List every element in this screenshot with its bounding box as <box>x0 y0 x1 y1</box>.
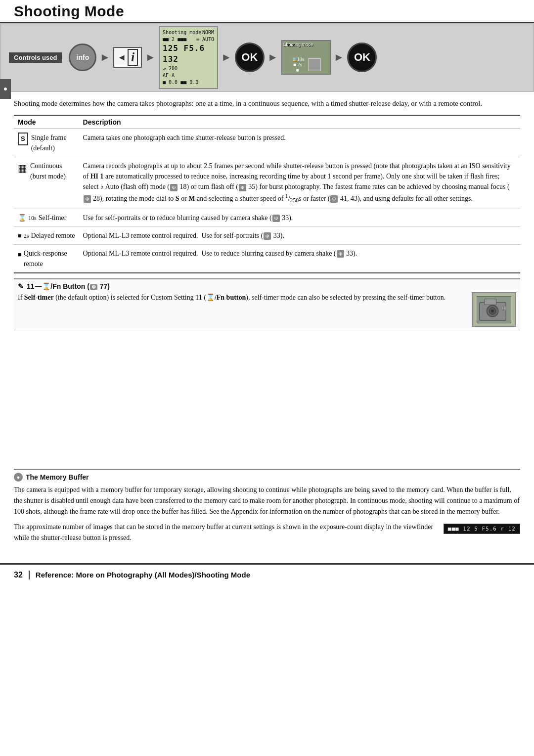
ok-button-1-label: OK <box>241 51 258 64</box>
lcd-row-4: AF-A <box>163 72 214 79</box>
side-tab: ● <box>0 79 11 99</box>
step-camera-preview: Shooting mode ⌛10s ■ 2s ■ <box>281 40 331 75</box>
burst-icon: ▦ <box>18 161 27 176</box>
delayed-icon: ■ <box>18 231 22 241</box>
svg-text:D: D <box>503 307 505 310</box>
burst-description: Camera records photographs at up to abou… <box>79 157 520 209</box>
delayed-mode-name: Delayed remote <box>31 230 75 241</box>
page-footer: 32 Reference: More on Photography (All M… <box>0 563 534 582</box>
fraction-sub: 250 <box>290 198 299 204</box>
col-header-desc: Description <box>79 115 520 129</box>
table-row: ■ Quick-responseremote Optional ML-L3 re… <box>14 245 520 273</box>
note-11-content: If Self-timer (the default option) is se… <box>18 292 516 327</box>
table-row: ■2s Delayed remote Optional ML-L3 remote… <box>14 227 520 245</box>
preview-delayed-icon: ■ 2s <box>293 62 302 67</box>
delayed-description: Optional ML-L3 remote control required. … <box>79 227 520 245</box>
ref-icon-33c: ☫ <box>337 250 344 258</box>
note-11-header-text: 11 — ⌛/Fn Button (☫ 77) <box>27 282 110 290</box>
arrow-icon-2: ► <box>145 51 156 64</box>
arrow-icon-4: ► <box>267 51 278 64</box>
memory-section: ● The Memory Buffer The camera is equipp… <box>0 469 534 548</box>
fn-button-bold: ⌛/Fn button <box>206 294 246 301</box>
controls-bar: Controls used info ► ◄ i ► <box>0 24 534 91</box>
preview-timer-icon: ⌛10s <box>291 56 304 62</box>
arrow-icon-1: ► <box>99 51 110 64</box>
m-bold: M <box>188 195 195 202</box>
memory-text-with-display: The approximate number of images that ca… <box>14 522 520 548</box>
ref-icon-33a: ☫ <box>272 215 280 222</box>
camera-preview-top-label: Shooting mode <box>283 42 313 47</box>
main-content: Shooting mode determines how the camera … <box>0 92 534 330</box>
memory-circle-icon: ● <box>14 473 23 482</box>
quick-mode-name: Quick-responseremote <box>24 248 67 269</box>
table-row: ⌛10s Self-timer Use for self-portraits o… <box>14 209 520 227</box>
ref-icon-41: ☫ <box>330 195 338 203</box>
preview-quick-icon: ■ <box>296 67 299 73</box>
step-lcd: Shooting mode NORM ■■ 2 ■■■ ∞ AUTO 125 F… <box>159 26 218 89</box>
ok-button-2-label: OK <box>354 51 370 64</box>
delayed-prefix: 2s <box>24 231 29 240</box>
lcd-row-5: ■ 0.0 ■■ 0.0 <box>163 79 214 86</box>
table-row: S Single frame(default) Camera takes one… <box>14 129 520 157</box>
self-timer-mode-name: Self-timer <box>39 213 67 223</box>
note-camera-image: D <box>472 292 516 327</box>
single-frame-description: Camera takes one photograph each time sh… <box>79 129 520 157</box>
lcd-flash: ■ 0.0 ■■ 0.0 <box>163 79 198 86</box>
arrow-icon-3: ► <box>221 51 232 64</box>
lcd-shooting-mode-label: Shooting mode <box>163 29 201 36</box>
page-title-bar: Shooting Mode <box>0 0 534 23</box>
table-row: ▦ Continuous(burst mode) Camera records … <box>14 157 520 209</box>
i-arrow-left: ◄ <box>117 52 126 63</box>
step-ok-1: OK <box>235 43 265 72</box>
step-info-button: info <box>69 44 96 71</box>
controls-wrapper: Controls used info ► ◄ i ► <box>0 23 534 92</box>
memory-header: ● The Memory Buffer <box>14 469 520 482</box>
s-bold: S <box>176 195 179 202</box>
note-11-section: ✎ 11 — ⌛/Fn Button (☫ 77) If Self-timer … <box>14 278 520 330</box>
step-ok-2: OK <box>347 43 377 72</box>
single-frame-mode-name: Single frame(default) <box>31 133 67 153</box>
exposure-count-display: ■■■ 12 5 F5.6 r 12 <box>444 524 520 534</box>
ref-icon-33b: ☫ <box>264 232 271 240</box>
preview-box <box>308 58 321 71</box>
ok-button-2[interactable]: OK <box>347 43 377 72</box>
intro-paragraph: Shooting mode determines how the camera … <box>14 98 520 109</box>
svg-point-4 <box>491 310 494 312</box>
quick-description: Optional ML-L3 remote control required. … <box>79 245 520 273</box>
note-camera-image-inner: D <box>477 296 511 323</box>
mode-table: Mode Description S Single frame(default)… <box>14 115 520 273</box>
ref-icon-35: ☫ <box>239 184 246 191</box>
lcd-norm: NORM <box>202 29 214 36</box>
camera-side-icon: ● <box>3 85 7 93</box>
i-button-icon[interactable]: i <box>128 49 138 66</box>
info-button[interactable]: info <box>69 44 96 71</box>
hi1-bold: HI 1 <box>90 173 104 180</box>
ref-icon-77: ☫ <box>90 284 97 290</box>
footer-text: Reference: More on Photography (All Mode… <box>36 571 250 579</box>
step-i-button: ◄ i <box>113 47 142 68</box>
memory-header-text: The Memory Buffer <box>26 473 89 481</box>
pencil-icon: ✎ <box>18 282 24 290</box>
fraction-sup: 1 <box>285 193 288 199</box>
footer-divider <box>29 571 30 579</box>
camera-preview: Shooting mode ⌛10s ■ 2s ■ <box>281 40 331 75</box>
lcd-row-2: ■■ 2 ■■■ ∞ AUTO <box>163 36 214 43</box>
camera-svg: D <box>477 296 511 323</box>
single-frame-icon: S <box>18 133 28 145</box>
info-button-label: info <box>77 53 89 61</box>
note-11-text: If Self-timer (the default option) is se… <box>18 292 466 303</box>
i-button-container: ◄ i <box>113 47 142 68</box>
page-number: 32 <box>14 571 23 579</box>
svg-rect-1 <box>485 299 496 305</box>
note-11-header: ✎ 11 — ⌛/Fn Button (☫ 77) <box>18 282 516 290</box>
lcd-dots: ■■ 2 ■■■ <box>163 36 186 43</box>
col-header-mode: Mode <box>14 115 79 129</box>
memory-text-1: The camera is equipped with a memory buf… <box>14 485 520 517</box>
controls-used-label: Controls used <box>9 52 62 63</box>
lcd-auto: ∞ AUTO <box>196 36 214 43</box>
self-timer-icon: ⌛ <box>18 213 26 223</box>
lcd-iso: ∞ 200 <box>163 65 178 72</box>
lcd-shutter-aperture: 125 F5.6 132 <box>163 43 214 65</box>
ok-button-1[interactable]: OK <box>235 43 265 72</box>
lcd-display: Shooting mode NORM ■■ 2 ■■■ ∞ AUTO 125 F… <box>159 26 218 89</box>
